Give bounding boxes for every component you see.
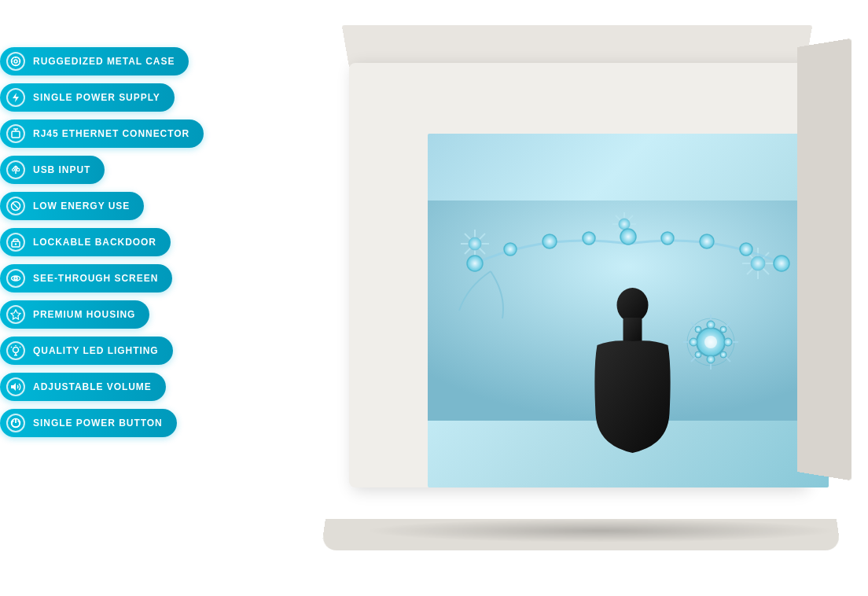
svg-point-19 [583,232,595,245]
feature-item-single-power-button: SINGLE POWER BUTTON [0,409,204,437]
svg-point-18 [542,234,557,248]
feature-item-ruggedized-metal-case: RUGGEDIZED METAL CASE [0,47,204,75]
svg-point-46 [12,57,20,66]
feature-item-premium-housing: PREMIUM HOUSING [0,300,204,329]
svg-marker-52 [13,93,19,102]
svg-point-42 [695,351,701,358]
svg-point-47 [14,60,17,63]
feature-pill-adjustable-volume: ADJUSTABLE VOLUME [0,373,166,401]
monitor-front-face [349,63,805,487]
svg-point-37 [724,338,732,346]
screen-content [428,134,829,487]
feature-item-rj45-ethernet: RJ45 ETHERNET CONNECTOR [0,120,204,148]
svg-marker-76 [11,383,16,391]
svg-point-41 [720,351,726,358]
scene: RUGGEDIZED METAL CASESINGLE POWER SUPPLY… [0,0,868,596]
volume-icon [6,377,25,396]
feature-label-see-through-screen: SEE-THROUGH SCREEN [33,273,158,284]
bulb-icon [6,341,25,360]
svg-rect-61 [17,169,20,171]
svg-point-36 [707,321,715,329]
feature-pill-see-through-screen: SEE-THROUGH SCREEN [0,264,172,292]
energy-icon [6,197,25,215]
lock-icon [6,233,25,252]
usb-icon [6,160,25,179]
feature-item-usb-input: USB INPUT [0,156,204,184]
feature-label-single-power-supply: SINGLE POWER SUPPLY [33,92,160,103]
feature-label-single-power-button: SINGLE POWER BUTTON [33,418,163,429]
svg-point-44 [617,288,649,322]
monitor-top-face [342,25,813,67]
diamond-icon [6,305,25,324]
feature-label-adjustable-volume: ADJUSTABLE VOLUME [33,381,152,392]
feature-pill-premium-housing: PREMIUM HOUSING [0,300,149,329]
svg-point-16 [467,256,483,271]
mannequin-bust [590,288,676,484]
svg-point-60 [13,169,15,171]
svg-point-21 [661,232,674,245]
svg-point-5 [469,237,481,250]
feature-item-single-power-supply: SINGLE POWER SUPPLY [0,83,204,112]
svg-point-43 [695,326,701,333]
svg-point-23 [740,243,752,256]
settings-icon [6,52,25,71]
svg-line-74 [11,347,12,348]
feature-pill-usb-input: USB INPUT [0,156,105,184]
eye-icon [6,269,25,288]
svg-rect-73 [14,355,17,356]
monitor-shadow [365,519,837,543]
power-icon [6,414,25,432]
monitor-right-face [797,39,851,480]
feature-pill-lockable-backdoor: LOCKABLE BACKDOOR [0,228,171,256]
svg-point-17 [504,243,517,256]
features-list: RUGGEDIZED METAL CASESINGLE POWER SUPPLY… [0,47,204,437]
feature-label-ruggedized-metal-case: RUGGEDIZED METAL CASE [33,56,175,67]
svg-point-35 [704,336,717,348]
svg-point-40 [720,326,726,333]
feature-label-premium-housing: PREMIUM HOUSING [33,309,135,320]
ethernet-icon [6,124,25,143]
svg-point-20 [620,229,636,245]
feature-item-adjustable-volume: ADJUSTABLE VOLUME [0,373,204,401]
feature-pill-low-energy-use: LOW ENERGY USE [0,192,144,220]
screen [428,134,829,487]
svg-marker-69 [11,310,20,319]
svg-line-75 [20,347,20,348]
feature-item-see-through-screen: SEE-THROUGH SCREEN [0,264,204,292]
feature-item-low-energy-use: LOW ENERGY USE [0,192,204,220]
svg-point-65 [15,243,17,245]
feature-label-low-energy-use: LOW ENERGY USE [33,201,130,212]
svg-point-70 [13,348,19,353]
lightning-icon [6,88,25,107]
feature-pill-single-power-supply: SINGLE POWER SUPPLY [0,83,175,112]
svg-point-39 [690,338,697,346]
feature-label-rj45-ethernet: RJ45 ETHERNET CONNECTOR [33,128,189,139]
feature-pill-rj45-ethernet: RJ45 ETHERNET CONNECTOR [0,120,204,148]
feature-pill-quality-led-lighting: QUALITY LED LIGHTING [0,337,173,365]
monitor-housing [302,24,852,550]
svg-point-68 [15,278,17,279]
feature-label-usb-input: USB INPUT [33,164,90,175]
feature-label-quality-led-lighting: QUALITY LED LIGHTING [33,345,159,356]
svg-point-22 [700,234,714,248]
feature-label-lockable-backdoor: LOCKABLE BACKDOOR [33,237,156,248]
svg-point-10 [751,256,765,270]
svg-point-24 [774,256,789,271]
svg-point-15 [619,219,630,230]
svg-point-38 [707,355,715,363]
svg-line-63 [13,203,19,209]
svg-rect-53 [12,131,20,138]
feature-pill-ruggedized-metal-case: RUGGEDIZED METAL CASE [0,47,189,75]
feature-item-quality-led-lighting: QUALITY LED LIGHTING [0,337,204,365]
feature-pill-single-power-button: SINGLE POWER BUTTON [0,409,177,437]
feature-item-lockable-backdoor: LOCKABLE BACKDOOR [0,228,204,256]
